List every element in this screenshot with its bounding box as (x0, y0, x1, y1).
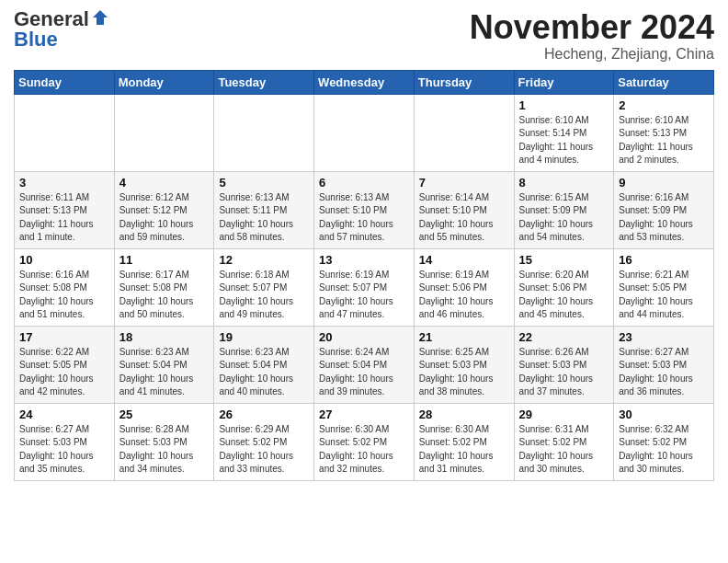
day-number: 16 (619, 253, 709, 267)
day-number: 26 (219, 408, 309, 421)
calendar-cell-11: 11Sunrise: 6:17 AM Sunset: 5:08 PM Dayli… (114, 248, 214, 326)
day-info: Sunrise: 6:25 AM Sunset: 5:03 PM Dayligh… (419, 346, 509, 399)
calendar-cell-empty (314, 94, 415, 171)
day-number: 29 (519, 408, 609, 421)
calendar-cell-empty (15, 94, 115, 171)
day-number: 18 (119, 330, 210, 344)
day-info: Sunrise: 6:16 AM Sunset: 5:08 PM Dayligh… (19, 269, 109, 322)
day-number: 19 (219, 330, 309, 344)
day-info: Sunrise: 6:27 AM Sunset: 5:03 PM Dayligh… (619, 346, 709, 399)
calendar-cell-10: 10Sunrise: 6:16 AM Sunset: 5:08 PM Dayli… (15, 248, 115, 326)
calendar-week-row: 3Sunrise: 6:11 AM Sunset: 5:13 PM Daylig… (15, 171, 714, 248)
calendar-cell-14: 14Sunrise: 6:19 AM Sunset: 5:06 PM Dayli… (414, 248, 514, 326)
page-container: General Blue November 2024 Hecheng, Zhej… (0, 0, 728, 495)
calendar-cell-empty (414, 94, 514, 171)
calendar-cell-25: 25Sunrise: 6:28 AM Sunset: 5:03 PM Dayli… (114, 403, 214, 480)
day-number: 10 (19, 253, 109, 267)
day-number: 1 (519, 98, 609, 112)
calendar-cell-24: 24Sunrise: 6:27 AM Sunset: 5:03 PM Dayli… (15, 403, 115, 480)
calendar-cell-27: 27Sunrise: 6:30 AM Sunset: 5:02 PM Dayli… (314, 403, 415, 480)
day-info: Sunrise: 6:13 AM Sunset: 5:11 PM Dayligh… (219, 191, 309, 245)
day-info: Sunrise: 6:24 AM Sunset: 5:04 PM Dayligh… (319, 346, 409, 399)
day-number: 23 (619, 330, 709, 344)
day-number: 21 (419, 330, 509, 344)
day-number: 22 (519, 330, 609, 344)
calendar-week-row: 17Sunrise: 6:22 AM Sunset: 5:05 PM Dayli… (15, 326, 714, 403)
day-number: 17 (19, 330, 109, 344)
logo-icon (91, 8, 109, 27)
day-info: Sunrise: 6:31 AM Sunset: 5:02 PM Dayligh… (519, 423, 609, 477)
calendar-cell-7: 7Sunrise: 6:14 AM Sunset: 5:10 PM Daylig… (414, 171, 514, 248)
calendar-header-friday: Friday (514, 70, 614, 94)
calendar-cell-2: 2Sunrise: 6:10 AM Sunset: 5:13 PM Daylig… (614, 94, 714, 171)
calendar-cell-26: 26Sunrise: 6:29 AM Sunset: 5:02 PM Dayli… (214, 403, 314, 480)
calendar-cell-1: 1Sunrise: 6:10 AM Sunset: 5:14 PM Daylig… (514, 94, 614, 171)
day-info: Sunrise: 6:16 AM Sunset: 5:09 PM Dayligh… (619, 191, 709, 245)
calendar-cell-empty (114, 94, 214, 171)
title-block: November 2024 Hecheng, Zhejiang, China (470, 9, 714, 63)
month-title: November 2024 (470, 9, 714, 46)
logo-blue-text: Blue (14, 29, 58, 50)
calendar-header-sunday: Sunday (15, 70, 115, 94)
day-number: 25 (119, 408, 210, 421)
day-info: Sunrise: 6:26 AM Sunset: 5:03 PM Dayligh… (519, 346, 609, 399)
day-number: 5 (219, 176, 309, 190)
day-number: 28 (419, 408, 509, 421)
calendar-cell-18: 18Sunrise: 6:23 AM Sunset: 5:04 PM Dayli… (114, 326, 214, 403)
day-info: Sunrise: 6:27 AM Sunset: 5:03 PM Dayligh… (19, 423, 109, 477)
calendar-cell-3: 3Sunrise: 6:11 AM Sunset: 5:13 PM Daylig… (15, 171, 115, 248)
day-info: Sunrise: 6:23 AM Sunset: 5:04 PM Dayligh… (219, 346, 309, 399)
calendar-header-monday: Monday (114, 70, 214, 94)
day-number: 12 (219, 253, 309, 267)
calendar-cell-19: 19Sunrise: 6:23 AM Sunset: 5:04 PM Dayli… (214, 326, 314, 403)
day-number: 7 (419, 176, 509, 190)
calendar-cell-30: 30Sunrise: 6:32 AM Sunset: 5:02 PM Dayli… (614, 403, 714, 480)
calendar-cell-6: 6Sunrise: 6:13 AM Sunset: 5:10 PM Daylig… (314, 171, 415, 248)
day-number: 3 (19, 176, 109, 190)
calendar-cell-29: 29Sunrise: 6:31 AM Sunset: 5:02 PM Dayli… (514, 403, 614, 480)
day-info: Sunrise: 6:11 AM Sunset: 5:13 PM Dayligh… (19, 191, 109, 245)
calendar-cell-empty (214, 94, 314, 171)
calendar-cell-13: 13Sunrise: 6:19 AM Sunset: 5:07 PM Dayli… (314, 248, 415, 326)
calendar-header-thursday: Thursday (414, 70, 514, 94)
day-info: Sunrise: 6:13 AM Sunset: 5:10 PM Dayligh… (319, 191, 409, 245)
calendar-cell-8: 8Sunrise: 6:15 AM Sunset: 5:09 PM Daylig… (514, 171, 614, 248)
calendar-cell-17: 17Sunrise: 6:22 AM Sunset: 5:05 PM Dayli… (15, 326, 115, 403)
header: General Blue November 2024 Hecheng, Zhej… (14, 9, 714, 63)
calendar-cell-28: 28Sunrise: 6:30 AM Sunset: 5:02 PM Dayli… (414, 403, 514, 480)
calendar-cell-4: 4Sunrise: 6:12 AM Sunset: 5:12 PM Daylig… (114, 171, 214, 248)
calendar-cell-5: 5Sunrise: 6:13 AM Sunset: 5:11 PM Daylig… (214, 171, 314, 248)
calendar-header-tuesday: Tuesday (214, 70, 314, 94)
calendar-cell-22: 22Sunrise: 6:26 AM Sunset: 5:03 PM Dayli… (514, 326, 614, 403)
calendar-week-row: 10Sunrise: 6:16 AM Sunset: 5:08 PM Dayli… (15, 248, 714, 326)
day-info: Sunrise: 6:10 AM Sunset: 5:14 PM Dayligh… (519, 114, 609, 167)
calendar-cell-23: 23Sunrise: 6:27 AM Sunset: 5:03 PM Dayli… (614, 326, 714, 403)
day-info: Sunrise: 6:22 AM Sunset: 5:05 PM Dayligh… (19, 346, 109, 399)
day-number: 8 (519, 176, 609, 190)
calendar-header-wednesday: Wednesday (314, 70, 415, 94)
day-info: Sunrise: 6:30 AM Sunset: 5:02 PM Dayligh… (419, 423, 509, 477)
day-number: 2 (619, 98, 709, 112)
day-info: Sunrise: 6:20 AM Sunset: 5:06 PM Dayligh… (519, 269, 609, 322)
day-number: 30 (619, 408, 709, 421)
day-info: Sunrise: 6:15 AM Sunset: 5:09 PM Dayligh… (519, 191, 609, 245)
day-info: Sunrise: 6:18 AM Sunset: 5:07 PM Dayligh… (219, 269, 309, 322)
day-number: 20 (319, 330, 409, 344)
day-info: Sunrise: 6:23 AM Sunset: 5:04 PM Dayligh… (119, 346, 210, 399)
day-number: 14 (419, 253, 509, 267)
calendar-cell-9: 9Sunrise: 6:16 AM Sunset: 5:09 PM Daylig… (614, 171, 714, 248)
day-number: 6 (319, 176, 409, 190)
calendar-header-saturday: Saturday (614, 70, 714, 94)
day-info: Sunrise: 6:10 AM Sunset: 5:13 PM Dayligh… (619, 114, 709, 167)
day-number: 4 (119, 176, 210, 190)
day-number: 13 (319, 253, 409, 267)
day-info: Sunrise: 6:32 AM Sunset: 5:02 PM Dayligh… (619, 423, 709, 477)
day-info: Sunrise: 6:21 AM Sunset: 5:05 PM Dayligh… (619, 269, 709, 322)
day-info: Sunrise: 6:28 AM Sunset: 5:03 PM Dayligh… (119, 423, 210, 477)
logo: General Blue (14, 9, 109, 50)
calendar-cell-12: 12Sunrise: 6:18 AM Sunset: 5:07 PM Dayli… (214, 248, 314, 326)
calendar-week-row: 1Sunrise: 6:10 AM Sunset: 5:14 PM Daylig… (15, 94, 714, 171)
calendar-cell-15: 15Sunrise: 6:20 AM Sunset: 5:06 PM Dayli… (514, 248, 614, 326)
calendar-week-row: 24Sunrise: 6:27 AM Sunset: 5:03 PM Dayli… (15, 403, 714, 480)
day-info: Sunrise: 6:12 AM Sunset: 5:12 PM Dayligh… (119, 191, 210, 245)
